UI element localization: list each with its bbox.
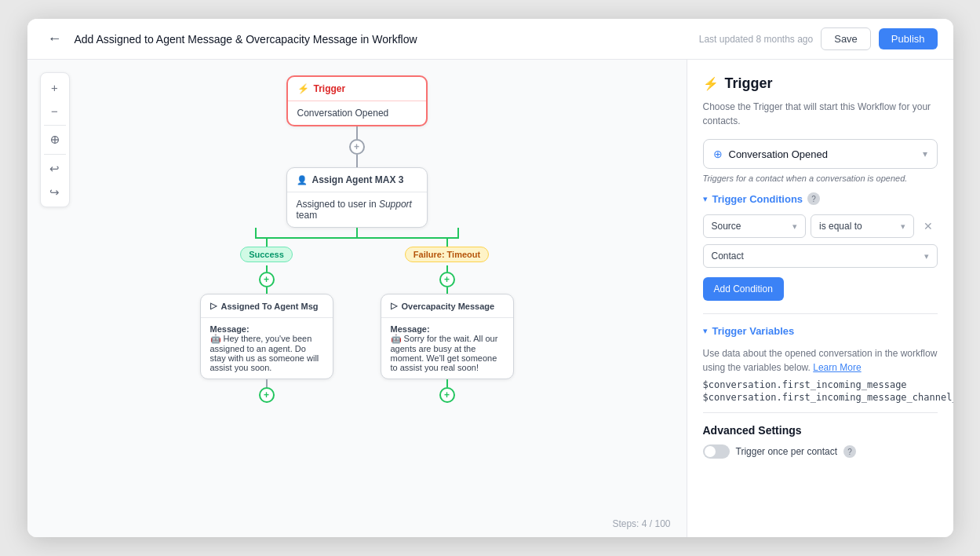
msg-node-1-header: ▷ Assigned To Agent Msg	[201, 294, 333, 318]
variable-2: $conversation.first_incoming_message_cha…	[703, 392, 938, 403]
variables-desc: Use data about the opened conversation i…	[703, 346, 938, 375]
connector-1: +	[349, 126, 365, 167]
action-node[interactable]: 👤 Assign Agent MAX 3 Assigned to user in…	[286, 167, 428, 228]
save-button[interactable]: Save	[821, 27, 871, 50]
header: ← Add Assigned to Agent Message & Overca…	[27, 19, 953, 60]
toggle-row: Trigger once per contact ?	[703, 444, 938, 459]
msg-node-2-body: Message: 🤖 Sorry for the wait. All our a…	[381, 318, 513, 379]
back-button[interactable]: ←	[43, 29, 67, 49]
msg-node-2[interactable]: ▷ Overcapacity Message Message: 🤖 Sorry …	[381, 294, 514, 379]
chevron-left-icon: ▾	[703, 194, 708, 204]
success-label: Success	[240, 247, 293, 262]
add-node-button-failure[interactable]: +	[439, 272, 455, 287]
app-window: ← Add Assigned to Agent Message & Overca…	[27, 19, 953, 537]
msg-node-2-header: ▷ Overcapacity Message	[381, 294, 513, 318]
branch-vert-left	[255, 228, 257, 239]
divider-2	[703, 412, 938, 413]
divider-1	[703, 313, 938, 314]
action-node-title: Assign Agent MAX 3	[312, 174, 404, 185]
header-left: ← Add Assigned to Agent Message & Overca…	[43, 29, 417, 49]
contact-label: Contact	[712, 251, 744, 262]
branches: Success + ▷ Assigned To Agent Msg Me	[200, 239, 514, 403]
source-select[interactable]: Source ▾	[703, 214, 807, 238]
right-panel: ⚡ Trigger Choose the Trigger that will s…	[687, 60, 953, 537]
msg-icon-2: ▷	[391, 301, 397, 311]
agent-icon: 👤	[297, 175, 308, 185]
connector-line-1	[356, 126, 358, 139]
last-updated-label: Last updated 8 months ago	[699, 34, 813, 45]
panel-title-row: ⚡ Trigger	[703, 75, 938, 92]
add-node-button-1[interactable]: +	[349, 139, 365, 155]
trigger-select-label: Conversation Opened	[729, 148, 828, 160]
workflow-canvas[interactable]: + − ↩ ↪ ⚡ Trigger Conversation O	[27, 60, 687, 537]
action-node-header: 👤 Assign Agent MAX 3	[287, 168, 427, 192]
failure-branch: Failure: Timeout + ▷ Overcapacity Messag…	[381, 239, 514, 403]
msg-node-1-body: Message: 🤖 Hey there, you've been assign…	[201, 318, 333, 379]
panel-subtitle: Choose the Trigger that will start this …	[703, 100, 938, 128]
contact-select[interactable]: Contact ▾	[703, 244, 938, 268]
advanced-settings: Advanced Settings Trigger once per conta…	[703, 424, 938, 459]
panel-title: Trigger	[725, 75, 773, 92]
branch-vert-right	[457, 228, 459, 239]
add-condition-button[interactable]: Add Condition	[703, 277, 784, 301]
branch-line-top	[356, 228, 358, 237]
header-right: Last updated 8 months ago Save Publish	[699, 27, 938, 50]
advanced-title: Advanced Settings	[703, 424, 938, 437]
trigger-select[interactable]: ⊕ Conversation Opened ▾	[703, 139, 938, 169]
source-label: Source	[712, 221, 741, 232]
trigger-select-icon: ⊕	[713, 148, 723, 160]
contact-condition-row: Contact ▾	[703, 244, 938, 268]
msg-node-1-title: Assigned To Agent Msg	[221, 302, 319, 311]
conditions-label: Trigger Conditions	[712, 193, 803, 205]
main-layout: + − ↩ ↪ ⚡ Trigger Conversation O	[27, 60, 953, 537]
msg-icon-1: ▷	[210, 301, 217, 311]
help-icon[interactable]: ?	[807, 192, 820, 205]
variables-chevron-icon: ▾	[703, 326, 708, 336]
trigger-node[interactable]: ⚡ Trigger Conversation Opened	[286, 75, 428, 126]
variables-label: Trigger Variables	[712, 325, 795, 337]
steps-counter: Steps: 4 / 100	[612, 518, 670, 529]
lightning-icon: ⚡	[703, 76, 719, 91]
branch-area: Success + ▷ Assigned To Agent Msg Me	[200, 228, 514, 403]
publish-button[interactable]: Publish	[879, 28, 938, 49]
add-node-button-success-bottom[interactable]: +	[259, 387, 275, 403]
learn-more-link[interactable]: Learn More	[813, 362, 861, 373]
source-condition-row: Source ▾ is equal to ▾ ✕	[703, 214, 938, 238]
chevron-down-icon: ▾	[923, 148, 927, 159]
toggle-label: Trigger once per contact	[736, 446, 838, 457]
add-node-button-success[interactable]: +	[259, 272, 275, 287]
operator-label: is equal to	[819, 221, 862, 232]
trigger-icon: ⚡	[297, 83, 309, 94]
operator-chevron-icon: ▾	[901, 221, 905, 232]
variables-section-header[interactable]: ▾ Trigger Variables	[703, 325, 938, 337]
variable-1: $conversation.first_incoming_message	[703, 379, 938, 390]
trigger-node-header: ⚡ Trigger	[288, 77, 426, 101]
failure-label: Failure: Timeout	[405, 247, 489, 262]
add-node-button-failure-bottom[interactable]: +	[439, 387, 455, 403]
toggle-help-icon[interactable]: ?	[843, 445, 856, 458]
operator-select[interactable]: is equal to ▾	[811, 214, 914, 238]
msg-node-2-title: Overcapacity Message	[402, 302, 495, 311]
contact-chevron-icon: ▾	[924, 251, 929, 262]
trigger-node-title: Trigger	[314, 83, 346, 94]
page-title: Add Assigned to Agent Message & Overcapa…	[75, 33, 417, 46]
trigger-desc: Triggers for a contact when a conversati…	[703, 174, 938, 183]
msg-node-1[interactable]: ▷ Assigned To Agent Msg Message: 🤖 Hey t…	[200, 294, 333, 379]
success-branch: Success + ▷ Assigned To Agent Msg Me	[200, 239, 333, 403]
canvas-content: ⚡ Trigger Conversation Opened + 👤 Assign…	[27, 60, 687, 537]
source-chevron-icon: ▾	[792, 221, 797, 232]
variables-section: ▾ Trigger Variables Use data about the o…	[703, 325, 938, 403]
conditions-section-header[interactable]: ▾ Trigger Conditions ?	[703, 192, 938, 205]
remove-condition-button[interactable]: ✕	[919, 217, 938, 236]
trigger-once-toggle[interactable]	[703, 444, 730, 459]
trigger-node-body: Conversation Opened	[288, 101, 426, 125]
trigger-select-left: ⊕ Conversation Opened	[713, 148, 828, 160]
branch-horizontal	[255, 237, 459, 239]
connector-line-2	[356, 155, 358, 167]
action-node-body: Assigned to user in Support team	[287, 192, 427, 227]
